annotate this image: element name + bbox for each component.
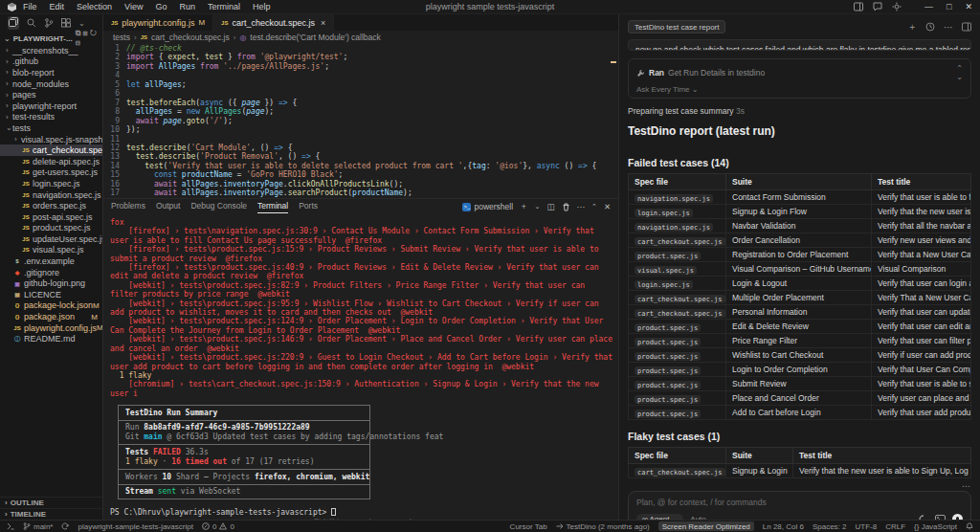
new-terminal-button[interactable]: ＋ [520,201,528,212]
remote-indicator[interactable] [7,522,14,530]
panel-tab-terminal[interactable]: Terminal [257,201,288,213]
tree-item-get-users.spec.js[interactable]: JSget-users.spec.js [0,167,102,179]
cursor-tab-status[interactable]: Cursor Tab [510,522,547,531]
cursor-position[interactable]: Ln 28, Col 6 [763,522,804,531]
panel-tab-ports[interactable]: Ports [299,201,318,213]
chat-more-icon[interactable]: ⋯ [944,22,953,33]
tree-item-github-login.png[interactable]: ▣github-login.png [0,277,102,289]
menu-item-file[interactable]: File [23,2,37,11]
panel-close-icon[interactable]: ✕ [604,202,611,211]
terminal-dropdown-icon[interactable]: ⌄ [535,203,541,211]
tree-item-tests[interactable]: ⌄tests [0,122,102,134]
errors-indicator[interactable]: 0 0 [202,522,234,531]
breadcrumb[interactable]: tests › JS cart_checkout.spec.js › ◎ tes… [103,31,618,44]
tree-item-package-lock.json[interactable]: {}package-lock.jsonM [0,300,102,312]
expand-collapse-icon[interactable]: ⌃⌄ [956,64,963,81]
editor-tab-playwright.config.js[interactable]: JSplaywright.config.jsM [103,14,213,31]
explorer-header[interactable]: ⌄ PLAYWRIGHT-... ⧉ ⊞ ↻ ⊟ [0,32,102,45]
git-branch-indicator[interactable]: main* [23,522,53,531]
code-editor[interactable]: 1// @ts-check2import { expect, test } fr… [103,44,618,198]
search-icon[interactable] [27,18,36,28]
source-control-icon[interactable] [44,18,54,28]
ask-every-time-dropdown[interactable]: Ask Every Time ⌄ [636,85,963,94]
screen-reader-status[interactable]: Screen Reader Optimized [658,521,754,531]
explorer-actions[interactable]: ⧉ ⊞ ↻ ⊟ [76,29,99,48]
tree-item-navigation.spec.js[interactable]: JSnavigation.spec.js [0,189,102,201]
chat-tab[interactable]: TestDino test case report [628,20,725,33]
minimize-button[interactable]: — [924,2,933,11]
notifications-bell[interactable] [966,522,973,530]
tree-item-.gitignore[interactable]: ◆.gitignore [0,267,102,278]
chat-icon[interactable] [873,2,882,11]
eol-status[interactable]: CRLF [885,522,905,531]
close-tab-icon[interactable]: × [321,18,325,28]
tree-item-README.md[interactable]: ⓘREADME.md [0,333,102,344]
menu-item-view[interactable]: View [124,2,143,11]
panel-maximize-icon[interactable]: ⌃ [591,203,597,211]
spec-file-cell: product.spec.js [629,334,726,348]
language-mode[interactable]: {} JavaScript [914,522,957,531]
tree-item-blob-report[interactable]: ›blob-report [0,67,102,78]
panel-tab-debug-console[interactable]: Debug Console [190,201,247,213]
tree-item-orders.spec.js[interactable]: JSorders.spec.js [0,200,102,211]
tree-item-.github[interactable]: ›.github [0,56,102,68]
js-file-icon: JS [21,181,31,187]
tree-item-package.json[interactable]: {}package.jsonM [0,311,102,322]
menu-item-help[interactable]: Help [253,2,271,11]
tree-item-updateUser.spec.js[interactable]: JSupdateUser.spec.js [0,233,102,245]
menu-item-terminal[interactable]: Terminal [208,2,240,11]
tree-item-cart_checkout.spec.js[interactable]: JScart_checkout.spec.js [0,144,102,156]
tree-item-test-results[interactable]: ›test-results [0,112,102,123]
testdino-status[interactable]: TestDino (2 months ago) [556,522,650,531]
history-icon[interactable] [925,22,935,32]
tree-item-visual.spec.js-snapshots[interactable]: ›visual.spec.js-snapshots [0,134,102,145]
tree-item-.env.example[interactable]: $.env.example [0,255,102,267]
outline-section[interactable]: ›OUTLINE [0,497,102,508]
panel-more-icon[interactable]: ⋯ [577,202,586,211]
new-chat-icon[interactable]: ＋ [907,20,917,33]
tool-call-box[interactable]: Ran Get Run Details in testdino ⌃⌄ Ask E… [628,58,971,99]
tree-item-node_modules[interactable]: ›node_modules [0,78,102,90]
breadcrumb-root[interactable]: tests [113,33,130,42]
tree-item-playwright.config.js[interactable]: JSplaywright.config.jsM [0,322,102,334]
branch-icon [23,522,31,530]
close-button[interactable]: ✕ [965,2,972,11]
indentation-status[interactable]: Spaces: 2 [813,522,847,531]
tree-item-playwright-report[interactable]: ›playwright-report [0,100,102,112]
extensions-icon[interactable] [61,18,71,28]
activity-more-icon[interactable]: ⌄ [78,19,85,28]
tree-item-post-api.spec.js[interactable]: JSpost-api.spec.js [0,211,102,223]
panel-right-icon[interactable] [962,22,971,32]
menu-item-selection[interactable]: Selection [77,2,112,11]
explorer-icon[interactable] [8,16,19,30]
encoding-status[interactable]: UTF-8 [856,522,878,531]
tree-item-visual.spec.js[interactable]: JSvisual.spec.js [0,245,102,256]
tree-item-delete-api.spec.js[interactable]: JSdelete-api.spec.js [0,156,102,167]
kill-terminal-icon[interactable] [562,203,570,211]
panel-tab-output[interactable]: Output [156,201,181,213]
sync-button[interactable] [61,522,69,530]
tree-item-product.spec.js[interactable]: JSproduct.spec.js [0,223,102,234]
menu-item-go[interactable]: Go [155,2,167,11]
timeline-section[interactable]: ›TIMELINE [0,508,102,520]
editor-tab-cart_checkout.spec.js[interactable]: JScart_checkout.spec.js× [213,14,334,31]
spec-file-cell: cart_checkout.spec.js [629,305,726,320]
terminal-profile[interactable]: >_powershell [462,202,513,211]
tree-item-LICENCE[interactable]: ▤LICENCE [0,289,102,300]
settings-gear-icon[interactable] [892,2,902,11]
maximize-button[interactable]: □ [947,2,951,11]
menu-item-run[interactable]: Run [179,2,195,11]
panel-tab-problems[interactable]: Problems [111,201,145,213]
table-row: cart_checkout.spec.jsSignup & LoginVerif… [629,464,971,478]
breadcrumb-symbol[interactable]: test.describe('Cart Module') callback [250,33,380,42]
terminal[interactable]: fox [firefox] › tests\navigation.spec.js… [103,214,618,520]
breadcrumb-file[interactable]: cart_checkout.spec.js [151,33,230,42]
split-terminal-icon[interactable]: ◫ [546,202,554,211]
menu-item-edit[interactable]: Edit [50,2,65,11]
chevron-right-icon: › [6,46,12,55]
layout-panel-icon[interactable] [854,2,863,11]
tree-item-login.spec.js[interactable]: JSlogin.spec.js [0,178,102,189]
tree-item-pages[interactable]: ›pages [0,89,102,100]
overflow-dots[interactable]: ⋯ [628,481,971,491]
project-name[interactable]: playwright-sample-tests-javascript [78,522,192,531]
